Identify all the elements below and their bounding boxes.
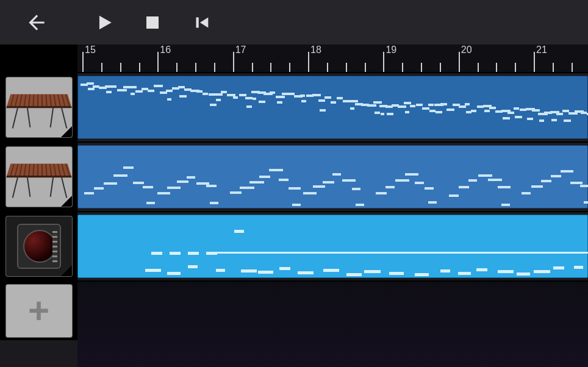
track-2 <box>0 141 588 211</box>
ruler-label: 21 <box>536 45 547 55</box>
stop-icon <box>143 13 162 32</box>
back-button[interactable] <box>12 7 61 38</box>
track-3 <box>0 211 588 280</box>
play-button[interactable] <box>79 7 128 38</box>
ruler-label: 20 <box>461 45 472 55</box>
track-3-clip[interactable] <box>77 215 588 278</box>
track-3-header[interactable] <box>0 212 77 280</box>
arrow-left-icon <box>25 11 48 34</box>
track-2-clip[interactable] <box>77 145 588 208</box>
ruler-corner <box>0 45 77 72</box>
track-2-header[interactable] <box>0 143 77 211</box>
ruler-label: 16 <box>160 45 171 55</box>
ruler-label: 19 <box>385 45 396 55</box>
add-track-button[interactable]: + <box>0 282 77 340</box>
skip-start-button[interactable] <box>177 7 226 38</box>
track-1-header[interactable] <box>0 73 77 141</box>
svg-rect-0 <box>146 16 159 29</box>
tracks-area: + <box>0 72 588 367</box>
ruler-label: 17 <box>235 45 246 55</box>
play-icon <box>93 12 114 33</box>
timeline-ruler[interactable]: 15161718192021 <box>77 45 588 72</box>
marimba-icon <box>6 77 72 137</box>
toolbar <box>0 0 588 45</box>
plus-icon: + <box>28 300 49 322</box>
add-track-row: + <box>0 280 588 367</box>
skip-previous-icon <box>191 12 212 33</box>
empty-region <box>77 282 588 367</box>
ruler-label: 15 <box>85 45 96 55</box>
drum-machine-icon <box>6 216 72 276</box>
track-1 <box>0 72 588 141</box>
stop-button[interactable] <box>128 7 177 38</box>
marimba-icon <box>6 147 72 207</box>
ruler-label: 18 <box>310 45 321 55</box>
track-1-clip[interactable] <box>77 76 588 139</box>
